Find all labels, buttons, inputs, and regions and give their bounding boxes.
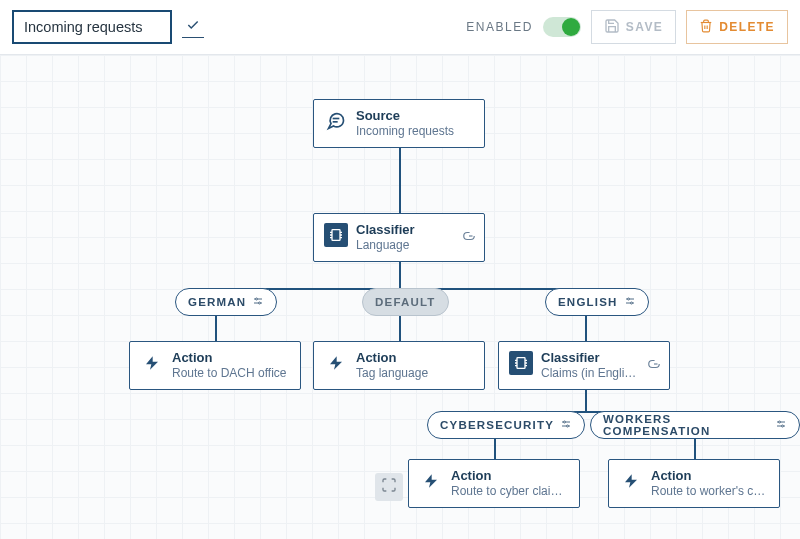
connector	[399, 144, 401, 214]
trash-icon	[699, 19, 713, 36]
node-source[interactable]: Source Incoming requests	[313, 99, 485, 148]
save-button[interactable]: SAVE	[591, 10, 676, 44]
sliders-icon	[252, 295, 264, 309]
connector	[215, 316, 217, 342]
svg-point-29	[567, 425, 569, 427]
svg-rect-19	[517, 358, 525, 369]
node-type-label: Source	[356, 108, 454, 124]
attachment-icon	[462, 229, 476, 247]
connector	[494, 439, 496, 459]
branch-label: DEFAULT	[375, 296, 436, 308]
delete-button[interactable]: DELETE	[686, 10, 788, 44]
attachment-icon	[647, 357, 661, 375]
node-subtitle: Route to cyber claims of...	[451, 484, 569, 499]
svg-point-16	[630, 302, 632, 304]
enabled-label: ENABLED	[466, 20, 533, 34]
source-icon	[324, 109, 348, 133]
node-subtitle: Incoming requests	[356, 124, 454, 139]
svg-point-31	[779, 421, 781, 423]
node-action-tag-language[interactable]: Action Tag language	[313, 341, 485, 390]
connector	[399, 316, 401, 342]
node-type-label: Classifier	[541, 350, 641, 366]
svg-point-14	[627, 298, 629, 300]
node-classifier-claims[interactable]: Classifier Claims (in English)	[498, 341, 670, 390]
svg-point-33	[782, 425, 784, 427]
svg-point-10	[256, 298, 258, 300]
node-subtitle: Claims (in English)	[541, 366, 641, 381]
node-classifier-language[interactable]: Classifier Language	[313, 213, 485, 262]
node-subtitle: Tag language	[356, 366, 428, 381]
save-icon	[604, 18, 620, 37]
action-icon	[140, 351, 164, 375]
classifier-icon	[509, 351, 533, 375]
confirm-name-button[interactable]	[182, 16, 204, 38]
fit-to-screen-button[interactable]	[375, 473, 403, 501]
header-bar: ENABLED SAVE DELETE	[0, 0, 800, 55]
connector	[585, 387, 587, 411]
branch-english[interactable]: ENGLISH	[545, 288, 649, 316]
svg-marker-35	[625, 474, 637, 487]
sliders-icon	[775, 418, 787, 432]
node-type-label: Classifier	[356, 222, 415, 238]
connector	[694, 439, 696, 459]
svg-point-27	[564, 421, 566, 423]
classifier-icon	[324, 223, 348, 247]
sliders-icon	[624, 295, 636, 309]
branch-default[interactable]: DEFAULT	[362, 288, 449, 316]
node-action-workers-comp[interactable]: Action Route to worker's comp ...	[608, 459, 780, 508]
node-action-dach[interactable]: Action Route to DACH office	[129, 341, 301, 390]
branch-label: GERMAN	[188, 296, 246, 308]
branch-label: CYBERSECURITY	[440, 419, 554, 431]
branch-label: ENGLISH	[558, 296, 618, 308]
action-icon	[419, 469, 443, 493]
node-subtitle: Route to DACH office	[172, 366, 287, 381]
fit-screen-icon	[381, 477, 397, 497]
delete-button-label: DELETE	[719, 20, 775, 34]
node-type-label: Action	[356, 350, 428, 366]
connector	[585, 316, 587, 342]
sliders-icon	[560, 418, 572, 432]
svg-marker-18	[330, 356, 342, 369]
enabled-toggle[interactable]	[543, 17, 581, 37]
workflow-name-input[interactable]	[12, 10, 172, 44]
branch-german[interactable]: GERMAN	[175, 288, 277, 316]
branch-cybersecurity[interactable]: CYBERSECURITY	[427, 411, 585, 439]
connector	[399, 258, 401, 288]
check-icon	[186, 18, 200, 36]
svg-point-12	[259, 302, 261, 304]
node-type-label: Action	[172, 350, 287, 366]
node-type-label: Action	[651, 468, 769, 484]
action-icon	[619, 469, 643, 493]
svg-marker-17	[146, 356, 158, 369]
svg-rect-2	[332, 230, 340, 241]
node-subtitle: Language	[356, 238, 415, 253]
branch-label: WORKERS COMPENSATION	[603, 413, 769, 437]
node-action-cyber[interactable]: Action Route to cyber claims of...	[408, 459, 580, 508]
workflow-canvas[interactable]: Source Incoming requests Classifier Lang…	[0, 55, 800, 539]
node-type-label: Action	[451, 468, 569, 484]
svg-marker-34	[425, 474, 437, 487]
page-root: ENABLED SAVE DELETE	[0, 0, 800, 539]
branch-workers-compensation[interactable]: WORKERS COMPENSATION	[590, 411, 800, 439]
save-button-label: SAVE	[626, 20, 663, 34]
node-subtitle: Route to worker's comp ...	[651, 484, 769, 499]
action-icon	[324, 351, 348, 375]
